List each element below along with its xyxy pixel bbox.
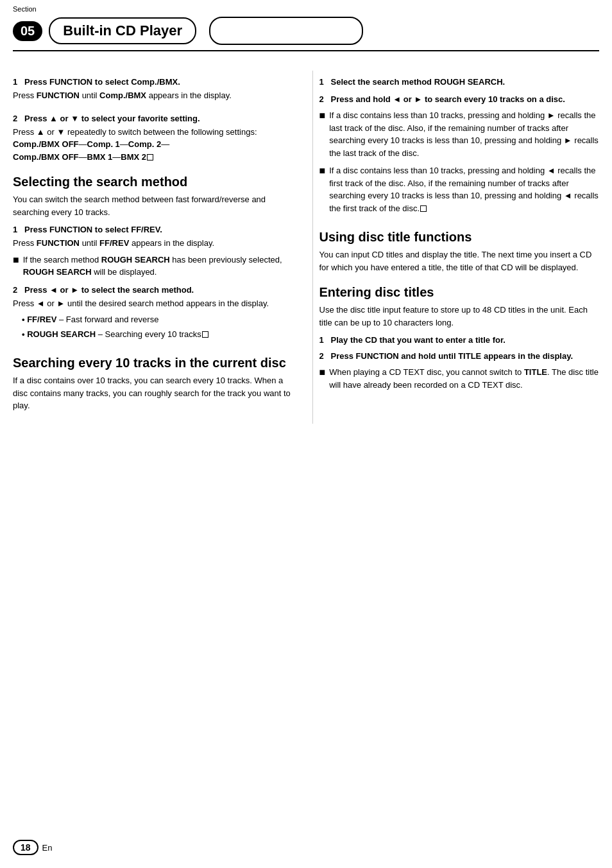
search-method-list: FF/REV – Fast forward and reverse ROUGH … <box>13 313 293 340</box>
stop-icon3 <box>420 205 427 212</box>
every10-intro: If a disc contains over 10 tracks, you c… <box>13 374 293 412</box>
stop-icon <box>147 154 153 161</box>
step1-body: Press FUNCTION until Comp./BMX appears i… <box>13 89 293 102</box>
stop-icon2 <box>202 331 208 338</box>
entering-note1-text: When playing a CD TEXT disc, you cannot … <box>329 366 599 391</box>
section-label: Section <box>13 5 37 13</box>
header-right-decoration <box>209 17 363 45</box>
rough-step1-heading: 1 Select the search method ROUGH SEARCH. <box>319 77 600 87</box>
entering-intro: Use the disc title input feature to stor… <box>319 304 600 329</box>
bullet-marker3: ■ <box>319 164 326 178</box>
rough-step2-heading: 2 Press and hold ◄ or ► to search every … <box>319 94 600 104</box>
rough-note1-text: If a disc contains less than 10 tracks, … <box>329 109 599 159</box>
search-note1: ■ If the search method ROUGH SEARCH has … <box>13 254 293 279</box>
block-favorite-setting: 2 Press ▲ or ▼ to select your favorite s… <box>13 114 293 164</box>
search-method-intro: You can switch the search method between… <box>13 193 293 218</box>
step1-heading: 1 Press FUNCTION to select Comp./BMX. <box>13 77 293 87</box>
page: Section 05 Built-in CD Player 1 Press FU… <box>0 0 612 868</box>
rough-note1: ■ If a disc contains less than 10 tracks… <box>319 109 600 159</box>
block-comp-bmx: 1 Press FUNCTION to select Comp./BMX. Pr… <box>13 77 293 102</box>
disc-title-intro: You can input CD titles and display the … <box>319 248 600 273</box>
search-note1-text: If the search method ROUGH SEARCH has be… <box>23 254 293 279</box>
search-step1-body: Press FUNCTION until FF/REV appears in t… <box>13 237 293 250</box>
disc-title-heading: Using disc title functions <box>319 230 600 245</box>
bullet-marker4: ■ <box>319 366 326 379</box>
section-disc-title: Using disc title functions You can input… <box>319 230 600 273</box>
search-step2-body: Press ◄ or ► until the desired search me… <box>13 297 293 310</box>
bullet-rough: ROUGH SEARCH – Searching every 10 tracks <box>22 328 293 341</box>
step2-body: Press ▲ or ▼ repeatedly to switch betwee… <box>13 126 293 164</box>
search-step2-heading: 2 Press ◄ or ► to select the search meth… <box>13 285 293 295</box>
left-column: 1 Press FUNCTION to select Comp./BMX. Pr… <box>13 71 300 424</box>
entering-note1: ■ When playing a CD TEXT disc, you canno… <box>319 366 600 391</box>
rough-note2-text: If a disc contains less than 10 tracks, … <box>329 164 599 214</box>
section-entering: Entering disc titles Use the disc title … <box>319 285 600 391</box>
right-column: 1 Select the search method ROUGH SEARCH.… <box>312 71 600 424</box>
entering-step1-heading: 1 Play the CD that you want to enter a t… <box>319 335 600 345</box>
bullet-ffrev: FF/REV – Fast forward and reverse <box>22 313 293 326</box>
section-every10: Searching every 10 tracks in the current… <box>13 356 293 412</box>
entering-heading: Entering disc titles <box>319 285 600 300</box>
bullet-marker: ■ <box>13 254 19 267</box>
block-rough-search: 1 Select the search method ROUGH SEARCH.… <box>319 77 600 214</box>
footer-language: En <box>42 843 53 853</box>
search-step1-heading: 1 Press FUNCTION to select FF/REV. <box>13 225 293 234</box>
section-number: 05 <box>13 21 42 41</box>
header-title: Built-in CD Player <box>49 17 196 44</box>
section-search-method: Selecting the search method You can swit… <box>13 175 293 340</box>
search-method-heading: Selecting the search method <box>13 175 293 189</box>
rough-note2: ■ If a disc contains less than 10 tracks… <box>319 164 600 214</box>
step2-heading: 2 Press ▲ or ▼ to select your favorite s… <box>13 114 293 123</box>
every10-heading: Searching every 10 tracks in the current… <box>13 356 293 370</box>
page-number: 18 <box>13 840 38 855</box>
entering-step2-heading: 2 Press FUNCTION and hold until TITLE ap… <box>319 351 600 361</box>
main-content: 1 Press FUNCTION to select Comp./BMX. Pr… <box>0 58 612 437</box>
footer: 18 En <box>13 840 52 855</box>
bullet-marker2: ■ <box>319 109 326 123</box>
